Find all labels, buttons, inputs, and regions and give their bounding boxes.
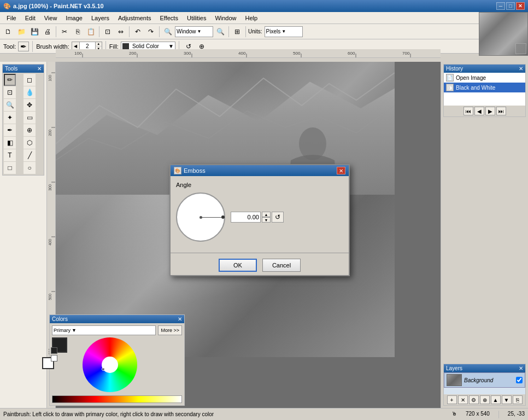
status-bar: Paintbrush: Left click to draw with prim… (0, 408, 528, 420)
menu-edit[interactable]: Edit (21, 12, 40, 24)
tool-pencil[interactable]: ✒ (4, 124, 16, 136)
cancel-button[interactable]: Cancel (262, 259, 301, 272)
tool-clone[interactable]: ⊕ (24, 124, 36, 136)
print-button[interactable]: 🖨 (42, 26, 54, 38)
colors-close[interactable]: ✕ (178, 316, 182, 322)
more-button[interactable]: More >> (158, 325, 182, 335)
primary-dropdown[interactable]: Primary ▼ (52, 325, 156, 335)
left-spacer (0, 178, 46, 408)
angle-spin-up[interactable]: ▲ (262, 212, 271, 217)
brush-width-up[interactable]: ▲ (95, 42, 102, 46)
tool-recolor[interactable]: ⬡ (24, 137, 36, 149)
menu-file[interactable]: File (2, 12, 21, 24)
minimize-button[interactable]: ─ (496, 2, 505, 10)
maximize-button[interactable]: □ (506, 2, 515, 10)
tools-panel: Tools ✕ ✏ ◻ ⊡ 💧 🔍 ✥ ✦ ▭ ✒ ⊕ ◧ (2, 64, 44, 176)
layer-properties[interactable]: ⚙ (469, 395, 479, 404)
history-item-bw-label: Black and White (456, 85, 495, 91)
menu-view[interactable]: View (40, 12, 62, 24)
menu-adjustments[interactable]: Adjustments (114, 12, 156, 24)
layer-move-up[interactable]: ▲ (491, 395, 501, 404)
crop-button[interactable]: ⊡ (102, 26, 114, 38)
window-title: a.jpg (100%) - Paint.NET v3.5.10 (13, 3, 104, 9)
tool-rect-shape[interactable]: □ (4, 162, 16, 174)
history-item-bw[interactable]: ◑ Black and White (444, 83, 525, 92)
emboss-dialog-title: Emboss (184, 167, 206, 174)
tool-select-rect[interactable]: ▭ (24, 112, 36, 124)
new-button[interactable]: 🗋 (2, 26, 14, 38)
tools-close[interactable]: ✕ (37, 66, 42, 72)
zoom-out-button[interactable]: 🔍 (162, 26, 174, 38)
color-wheel[interactable] (83, 337, 137, 392)
tool-icon-pencil[interactable]: ✒ (18, 42, 29, 51)
menu-layers[interactable]: Layers (87, 12, 114, 24)
sep5 (228, 26, 229, 37)
history-item-open[interactable]: 📄 Open Image (444, 73, 525, 83)
tool-line[interactable]: ╱ (24, 149, 36, 161)
save-button[interactable]: 💾 (28, 26, 40, 38)
right-panel: History ✕ 📄 Open Image ◑ Black and White… (441, 62, 528, 408)
colors-content: Primary ▼ More >> (50, 323, 184, 405)
history-first[interactable]: ⏮ (464, 107, 473, 115)
tool-fill[interactable]: ⊡ (4, 86, 16, 98)
paste-button[interactable]: 📋 (85, 26, 97, 38)
grid-button[interactable]: ⊞ (231, 26, 243, 38)
color-wheel-selector (102, 368, 105, 371)
layer-merge-down[interactable]: ⊕ (480, 395, 490, 404)
units-arrow: ▼ (281, 29, 286, 34)
menu-effects[interactable]: Effects (156, 12, 183, 24)
window-controls: ─ □ ✕ (496, 2, 525, 10)
angle-spin-down[interactable]: ▼ (262, 217, 271, 223)
color-bar[interactable] (52, 395, 182, 403)
tool-text[interactable]: T (4, 149, 16, 161)
ok-button[interactable]: OK (219, 259, 257, 272)
tools-title: Tools (5, 66, 17, 72)
emboss-dialog: 🎨 Emboss ✕ Angle ▲ ▼ ↺ (169, 164, 350, 276)
history-back[interactable]: ◀ (474, 107, 484, 115)
undo-button[interactable]: ↶ (132, 26, 144, 38)
title-bar: 🎨 a.jpg (100%) - Paint.NET v3.5.10 ─ □ ✕ (0, 0, 528, 12)
zoom-dropdown[interactable]: Window ▼ (175, 26, 213, 37)
sep-tool (32, 41, 33, 52)
tool-picker[interactable]: 💧 (24, 86, 36, 98)
tool-wand[interactable]: ✦ (4, 112, 16, 124)
history-forward[interactable]: ▶ (485, 107, 495, 115)
resize-button[interactable]: ⇔ (115, 26, 127, 38)
redo-button[interactable]: ↷ (145, 26, 157, 38)
history-last[interactable]: ⏭ (496, 107, 506, 115)
history-close[interactable]: ✕ (519, 66, 523, 72)
menu-image[interactable]: Image (61, 12, 87, 24)
layer-add[interactable]: + (447, 395, 457, 404)
tool-gradient[interactable]: ◧ (4, 137, 16, 149)
angle-reset-button[interactable]: ↺ (272, 212, 284, 223)
mini-primary[interactable] (51, 347, 57, 354)
menu-utilities[interactable]: Utilities (183, 12, 210, 24)
layers-close[interactable]: ✕ (519, 365, 523, 371)
menu-window[interactable]: Window (210, 12, 240, 24)
menu-help[interactable]: Help (241, 12, 262, 24)
layer-visible-checkbox[interactable] (516, 377, 523, 383)
angle-circle[interactable] (176, 192, 225, 242)
history-icon-open: 📄 (446, 74, 454, 81)
tool-ellipse[interactable]: ○ (24, 162, 36, 174)
tool-paintbrush[interactable]: ✏ (4, 74, 16, 86)
tool-eraser[interactable]: ◻ (24, 74, 36, 86)
tool-zoom[interactable]: 🔍 (4, 99, 16, 111)
layer-background[interactable]: Background (444, 372, 525, 388)
angle-input[interactable] (231, 212, 261, 223)
open-button[interactable]: 📁 (15, 26, 27, 38)
emboss-close-button[interactable]: ✕ (337, 167, 345, 174)
layer-move-down[interactable]: ▼ (502, 395, 512, 404)
layer-thumb-img (447, 375, 461, 386)
mini-secondary[interactable] (51, 355, 57, 361)
units-dropdown[interactable]: Pixels ▼ (265, 26, 303, 37)
layer-delete[interactable]: ✕ (458, 395, 468, 404)
cut-button[interactable]: ✂ (58, 26, 71, 38)
layers-list: Background (444, 372, 525, 394)
zoom-in-button[interactable]: 🔍 (214, 26, 226, 38)
copy-button[interactable]: ⎘ (72, 26, 84, 38)
layer-duplicate[interactable]: ⎘ (513, 395, 523, 404)
history-list[interactable]: 📄 Open Image ◑ Black and White (444, 73, 525, 106)
close-button[interactable]: ✕ (516, 2, 525, 10)
tool-pan[interactable]: ✥ (24, 99, 36, 111)
